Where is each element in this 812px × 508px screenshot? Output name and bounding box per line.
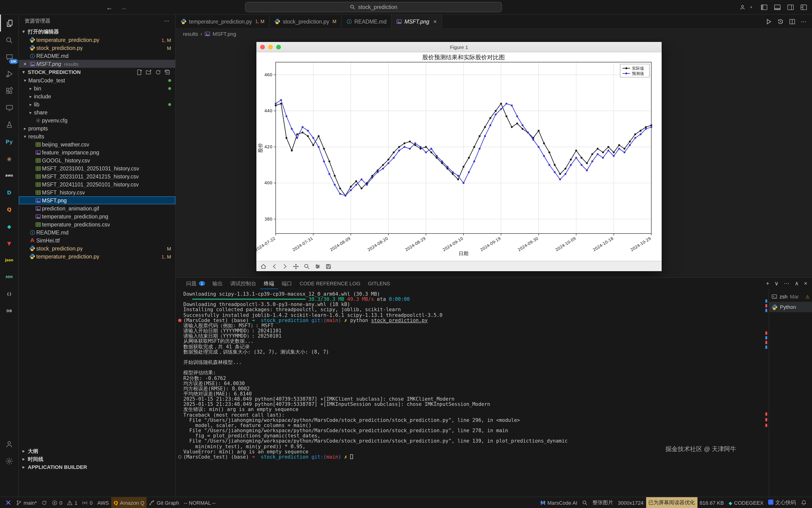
tree-item[interactable]: temperature_predictions.csv (19, 220, 175, 228)
new-terminal-icon[interactable]: + (766, 280, 769, 287)
image-preview-editor[interactable]: Figure 1 3804004204404602024-07-222024-0… (176, 39, 812, 277)
explorer-icon[interactable] (0, 14, 18, 32)
notifications-bell[interactable] (798, 497, 809, 508)
panel-tab--[interactable]: 输出 (208, 278, 226, 289)
command-center-search[interactable]: stock_prediction (245, 2, 502, 12)
copilot-account-icon[interactable] (739, 4, 746, 11)
open-editor-item[interactable]: stock_prediction.pyM (19, 44, 175, 52)
ports-count[interactable]: 0 (80, 497, 95, 508)
history-icon[interactable] (777, 18, 784, 25)
panel-tab--[interactable]: 端口 (278, 278, 296, 289)
tree-item[interactable]: MSFT_20231011_20241215_history.csv (19, 172, 175, 180)
tree-item[interactable]: MSFT_20231001_20251031_history.csv (19, 164, 175, 172)
panel-more-actions-icon[interactable]: ⋯ (784, 280, 789, 287)
codegeex-ext-icon[interactable]: ◆ (0, 218, 18, 235)
section-outline[interactable]: ▸大纲 (19, 447, 175, 455)
wenxin-comate-status[interactable]: 文心快码 (766, 497, 798, 508)
tree-item[interactable]: pyvenv.cfg (19, 116, 175, 124)
tree-item[interactable]: GOOGL_history.csv (19, 156, 175, 164)
tree-item[interactable]: README.md (19, 228, 175, 236)
terminal-instance-zsh[interactable]: zshMar⚠ (769, 291, 812, 302)
tree-item[interactable]: ▸lib (19, 100, 175, 108)
file-size[interactable]: 816.67 KB (697, 497, 726, 508)
close-panel-icon[interactable]: × (804, 280, 807, 287)
tree-item[interactable]: ▸bin (19, 84, 175, 92)
panel-tab-code-reference-log[interactable]: CODE REFERENCE LOG (296, 278, 364, 289)
amazon-q-status[interactable]: QAmazon Q (111, 497, 147, 508)
tree-item[interactable]: ▸prompts (19, 124, 175, 132)
remote-indicator[interactable] (3, 497, 14, 508)
tree-item[interactable]: temperature_prediction.png (19, 212, 175, 220)
open-editor-item[interactable]: README.md (19, 52, 175, 60)
tab-temperature_prediction-py[interactable]: temperature_prediction.py1, M (176, 14, 270, 28)
section-timeline[interactable]: ▸时间线 (19, 455, 175, 463)
aws-status[interactable]: AWS (95, 497, 111, 508)
python-extension-icon[interactable]: Py (0, 133, 18, 150)
search-status[interactable] (580, 497, 590, 508)
terminal-file-link[interactable]: stock_prediction.py (371, 317, 428, 323)
nav-back-button[interactable]: ← (106, 4, 113, 11)
project-section-header[interactable]: ▾ STOCK_PREDICTION (19, 68, 175, 76)
remote-explorer-icon[interactable] (0, 99, 18, 116)
open-editors-header[interactable]: ▾ 打开的编辑器 (19, 27, 175, 36)
run-button[interactable] (765, 18, 772, 25)
redis-icon[interactable]: ▼ (0, 235, 18, 252)
open-editor-item[interactable]: temperature_prediction.py1,M (19, 36, 175, 44)
panel-tab--[interactable]: 终端 (260, 278, 278, 289)
docker-icon[interactable]: D (0, 184, 18, 201)
braces-icon[interactable]: {} (0, 286, 18, 303)
breadcrumb-file[interactable]: MSFT.png (212, 31, 236, 37)
split-editor-icon[interactable] (789, 18, 796, 25)
more-actions-icon[interactable]: ⋯ (801, 18, 806, 25)
extensions-icon[interactable] (0, 82, 18, 99)
tab-msft-png[interactable]: MSFT.png× (392, 14, 442, 28)
tree-item[interactable]: ▾results (19, 132, 175, 140)
section-application-builder[interactable]: ▸APPLICATION BUILDER (19, 463, 175, 471)
run-debug-icon[interactable] (0, 66, 18, 82)
nav-forward-button[interactable]: → (120, 4, 127, 11)
git-branch[interactable]: main* (14, 497, 39, 508)
aws-icon[interactable]: aws (0, 167, 18, 184)
tree-item[interactable]: MSFT_20241101_20250101_history.csv (19, 180, 175, 188)
tree-item[interactable]: ASimHei.ttf (19, 236, 175, 244)
close-icon[interactable]: × (22, 61, 28, 67)
screen-reader-mode[interactable]: 已为屏幕阅读器优化 (646, 497, 697, 508)
json-icon[interactable]: json (0, 252, 18, 269)
terminal-instance-python[interactable]: Python (769, 302, 812, 312)
tab-stock_prediction-py[interactable]: stock_prediction.pyM (270, 14, 342, 28)
tree-item[interactable]: ▸include (19, 92, 175, 100)
tree-item[interactable]: ▾MarsCode_test (19, 76, 175, 84)
database-icon[interactable]: DB (0, 303, 18, 320)
tab-readme-md[interactable]: README.md (342, 14, 392, 28)
marscode-chat-icon[interactable]: 10K (0, 48, 18, 66)
image-zoom[interactable]: 整张图片 (590, 497, 616, 508)
git-graph-status[interactable]: Git Graph (147, 497, 182, 508)
sync-status[interactable] (39, 497, 49, 508)
refresh-icon[interactable] (155, 69, 161, 75)
amazonq-ext-icon[interactable]: Q (0, 201, 18, 218)
tree-item[interactable]: temperature_prediction.py1,M (19, 252, 175, 260)
panel-tab--[interactable]: 调试控制台 (226, 278, 260, 289)
mybatis-icon[interactable]: MM (0, 269, 18, 286)
tree-item[interactable]: stock_prediction.pyM (19, 244, 175, 252)
settings-gear-icon[interactable] (0, 453, 18, 469)
testing-icon[interactable] (0, 116, 18, 133)
collapse-all-icon[interactable] (164, 69, 170, 75)
codegeex-status[interactable]: ◆CODEGEEX (726, 497, 766, 508)
tree-item[interactable]: feature_importance.png (19, 148, 175, 156)
new-file-icon[interactable] (136, 69, 142, 75)
warnings-count[interactable]: 1 (65, 497, 80, 508)
tree-item[interactable]: prediction_animation.gif (19, 204, 175, 212)
panel-tab--[interactable]: 问题1 (182, 278, 208, 289)
terminal-profile-dropdown-icon[interactable]: ∨ (775, 280, 779, 287)
search-icon[interactable] (0, 32, 18, 48)
close-icon[interactable]: × (433, 18, 437, 24)
marscode-ai-status[interactable]: MMarsCode AI (538, 497, 580, 508)
explorer-more-actions[interactable]: ⋯ (164, 18, 170, 24)
tree-item[interactable]: MSFT_history.csv (19, 188, 175, 196)
tree-item[interactable]: ▸share (19, 108, 175, 116)
breadcrumb-folder[interactable]: results (183, 31, 198, 37)
tree-item[interactable]: MSFT.png (19, 196, 175, 204)
account-icon[interactable] (0, 435, 18, 453)
toggle-secondary-sidebar-icon[interactable] (787, 4, 794, 11)
